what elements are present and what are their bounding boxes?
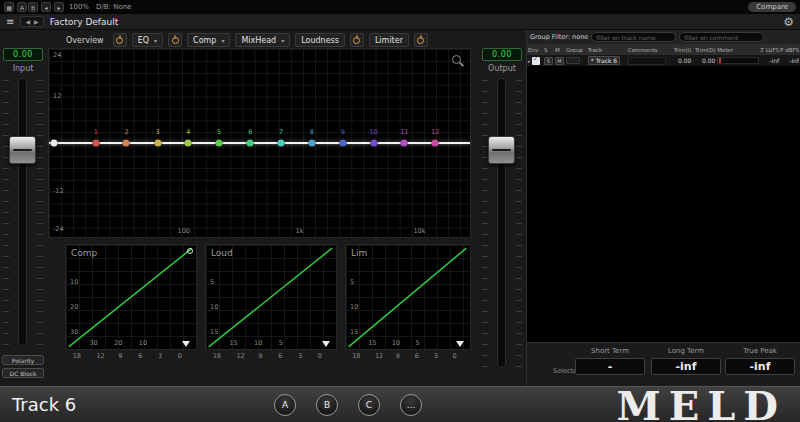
y-axis-label: 15	[350, 328, 358, 336]
input-fader-handle[interactable]	[9, 136, 36, 164]
eq-band-handle-8[interactable]	[308, 140, 315, 147]
eq-band-handle-1[interactable]	[92, 140, 99, 147]
limiter-transfer-graph: Lim 5 10 15 15 10 5 18129630	[345, 244, 471, 366]
eq-band-handle-5[interactable]	[216, 140, 223, 147]
current-track-name: Track 6	[12, 394, 76, 415]
input-gain-value[interactable]: 0.00	[3, 48, 43, 61]
output-strip: 0.00 Output	[479, 30, 525, 386]
output-gain-value[interactable]: 0.00	[482, 48, 522, 61]
eq-band-number: 8	[310, 128, 314, 136]
track-name-filter-input[interactable]	[591, 32, 676, 42]
gear-icon[interactable]: ⚙	[783, 16, 794, 28]
tab-loudness[interactable]: Loudness	[295, 33, 345, 47]
undo-button[interactable]: ◂	[41, 2, 51, 12]
menu-icon[interactable]: ≡	[6, 17, 14, 27]
eq-band-handle-11[interactable]	[401, 140, 408, 147]
eq-y-label: -24	[53, 225, 64, 233]
input-fader-track[interactable]	[18, 78, 27, 346]
tab-comp[interactable]: Comp▾	[187, 33, 230, 47]
comment-cell[interactable]	[628, 57, 666, 65]
eq-band-handle-6[interactable]	[247, 140, 254, 147]
x-axis-label: 20	[114, 339, 122, 347]
mini-graph-title: Loud	[211, 248, 233, 258]
tab-mixhead[interactable]: MixHead▾	[235, 33, 290, 47]
short-term-value: -	[575, 358, 645, 375]
comment-filter-input[interactable]	[679, 32, 764, 42]
zoom-magnifier-icon[interactable]	[452, 55, 463, 66]
y-axis-label: 10	[210, 303, 218, 311]
eq-band-handle-2[interactable]	[123, 140, 130, 147]
snapshot-more-button[interactable]: ...	[400, 394, 422, 416]
curve-end-marker	[187, 248, 193, 254]
y-axis-label: 30	[70, 328, 78, 336]
dc-block-button[interactable]: DC Block	[2, 368, 44, 378]
eq-band-handle-9[interactable]	[339, 140, 346, 147]
mini-graph-title: Lim	[351, 248, 367, 258]
eq-band-handle-3[interactable]	[154, 140, 161, 147]
redo-button[interactable]: ▸	[54, 2, 64, 12]
loudness-power-button[interactable]	[350, 33, 364, 47]
mini-axis: 18129630	[65, 352, 197, 364]
group-cell[interactable]	[566, 57, 580, 64]
eq-band-number: 5	[217, 128, 221, 136]
env-checkbox[interactable]	[532, 57, 540, 65]
threshold-marker[interactable]	[322, 341, 330, 347]
output-fader-track[interactable]	[497, 78, 506, 368]
axis-tick-label: 9	[396, 352, 400, 360]
track-name-cell[interactable]: * Track 6	[588, 56, 620, 65]
axis-tick-label: 0	[178, 352, 182, 360]
next-preset-button[interactable]: ▶	[34, 18, 39, 25]
loudness-plot-area[interactable]: Loud 5 10 15 15 10 5	[205, 244, 337, 350]
prev-preset-button[interactable]: ◀	[25, 18, 30, 25]
loudness-transfer-graph: Loud 5 10 15 15 10 5 18129630	[205, 244, 337, 366]
db-mode-label: D/B: None	[94, 3, 133, 11]
ab-state-a-button[interactable]: A	[17, 2, 27, 12]
comp-power-button[interactable]	[168, 33, 182, 47]
meter-label: Long Term	[651, 347, 721, 355]
axis-tick-label: 3	[158, 352, 162, 360]
threshold-marker[interactable]	[456, 341, 464, 347]
meter-clip-tick	[719, 58, 721, 63]
zoom-level-label: 100%	[67, 3, 91, 11]
eq-curve-endpoint[interactable]	[51, 140, 58, 147]
preset-bar: ≡ ◀ ▶ Factory Default ⚙	[0, 14, 800, 30]
limiter-power-button[interactable]	[414, 33, 428, 47]
tab-overview[interactable]: Overview	[62, 35, 108, 46]
eq-band-handle-7[interactable]	[277, 140, 284, 147]
ab-state-b-button[interactable]: B	[28, 2, 38, 12]
track-row[interactable]: ▸ S M * Track 6 0.00 0.00 -inf -inf	[527, 55, 800, 67]
col-group: Group	[565, 47, 587, 53]
tab-eq[interactable]: EQ▾	[132, 33, 163, 47]
power-icon	[417, 37, 424, 44]
eq-band-handle-12[interactable]	[432, 140, 439, 147]
snapshot-c-button[interactable]: C	[358, 394, 380, 416]
mute-button[interactable]: M	[555, 57, 564, 65]
row-expand-icon[interactable]: ▸	[528, 58, 531, 64]
tab-limiter[interactable]: Limiter	[369, 33, 409, 47]
y-axis-label: 5	[350, 278, 354, 286]
trim-input-value[interactable]: 0.00	[668, 57, 692, 64]
eq-band-number: 11	[400, 128, 408, 136]
snapshot-b-button[interactable]: B	[316, 394, 338, 416]
eq-band-handle-10[interactable]	[370, 140, 377, 147]
eq-band-handle-4[interactable]	[185, 140, 192, 147]
axis-tick-label: 0	[453, 352, 457, 360]
trim-output-value[interactable]: 0.00	[692, 57, 716, 64]
solo-button[interactable]: S	[544, 57, 553, 65]
output-fader-handle[interactable]	[488, 136, 515, 164]
preset-name[interactable]: Factory Default	[50, 17, 119, 27]
snapshot-a-button[interactable]: A	[274, 394, 296, 416]
input-label: Input	[0, 64, 46, 73]
axis-tick-label: 18	[352, 352, 360, 360]
tab-mixhead-label: MixHead	[241, 36, 276, 45]
eq-power-button[interactable]	[113, 33, 127, 47]
eq-graph[interactable]: 24 12 -12 -24 100 1k 10k 123456789101112	[48, 48, 471, 238]
compare-button[interactable]: Compare	[748, 2, 796, 12]
eq-y-label: -12	[53, 187, 64, 195]
threshold-marker[interactable]	[182, 341, 190, 347]
output-fader-scale-left	[482, 80, 488, 370]
polarity-button[interactable]: Polarity	[2, 355, 44, 365]
comp-plot-area[interactable]: Comp 10 20 30 30 20 10	[65, 244, 197, 350]
meld-logo: MELD	[616, 386, 786, 422]
limiter-plot-area[interactable]: Lim 5 10 15 15 10 5	[345, 244, 471, 350]
